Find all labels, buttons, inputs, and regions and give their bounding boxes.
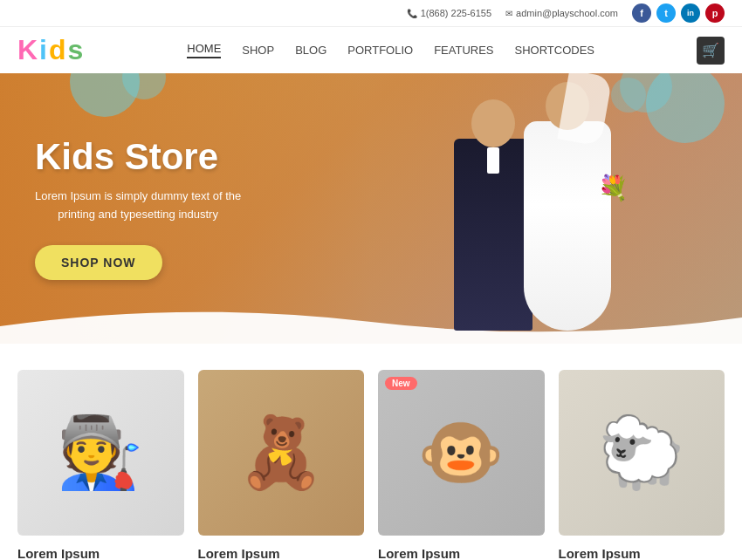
social-links: f t in p [632,3,725,23]
facebook-icon[interactable]: f [632,3,651,23]
logo-i: i [39,34,49,65]
new-badge: New [385,377,417,390]
figurine-display: 💐 [402,86,663,331]
lego-toy-image: 🧑‍🏭 [17,370,184,536]
email-address: admin@playschool.com [516,8,618,18]
phone-number: 1(868) 225-6155 [421,8,491,18]
nav-shop[interactable]: SHOP [242,44,274,57]
products-grid: 🧑‍🏭 Lorem Ipsum ★★★★★ $58 🧸 Lorem Ipsum … [17,370,725,560]
nav-shortcodes[interactable]: SHORTCODES [515,44,595,57]
shop-now-button[interactable]: SHOP NOW [35,245,162,280]
product-image-3: New 🐵 [378,370,545,536]
hero-section: Kids Store Lorem Ipsum is simply dummy t… [0,73,742,344]
nav-blog[interactable]: BLOG [295,44,326,57]
product-card-4[interactable]: 🐑 Lorem Ipsum ★★★★★ $58 [559,370,725,560]
groom-figure [454,139,532,331]
logo-k: K [17,34,39,65]
monkey-toy-image: 🐵 [378,370,545,536]
product-image-1: 🧑‍🏭 [17,370,184,536]
pinterest-icon[interactable]: p [705,3,725,23]
hero-content: Kids Store Lorem Ipsum is simply dummy t… [0,120,276,297]
product-card-1[interactable]: 🧑‍🏭 Lorem Ipsum ★★★★★ $58 [17,370,184,560]
hero-wave [0,300,742,344]
cart-icon[interactable]: 🛒 [697,37,725,65]
topbar: 1(868) 225-6155 admin@playschool.com f t… [0,0,742,27]
product-name-1: Lorem Ipsum [17,546,184,560]
header: Kids HOME SHOP BLOG PORTFOLIO FEATURES S… [0,27,742,73]
logo-d: d [49,34,68,65]
linkedin-icon[interactable]: in [681,3,700,23]
bride-figure: 💐 [524,121,611,331]
logo-s: s [68,34,86,65]
bears-toy-image: 🧸 [198,370,365,536]
site-logo[interactable]: Kids [17,34,85,66]
topbar-email: admin@playschool.com [505,8,618,18]
main-nav: HOME SHOP BLOG PORTFOLIO FEATURES SHORTC… [120,42,662,58]
product-image-2: 🧸 [198,370,365,536]
hero-subtitle: Lorem Ipsum is simply dummy text of thep… [35,188,241,224]
nav-home[interactable]: HOME [187,42,221,58]
product-card-2[interactable]: 🧸 Lorem Ipsum ★★★★★ $58 [198,370,365,560]
twitter-icon[interactable]: t [656,3,676,23]
nav-features[interactable]: FEATURES [434,44,493,57]
product-name-4: Lorem Ipsum [559,546,725,560]
products-section: 🧑‍🏭 Lorem Ipsum ★★★★★ $58 🧸 Lorem Ipsum … [0,344,742,560]
product-name-3: Lorem Ipsum [378,546,545,560]
product-image-4: 🐑 [559,370,725,536]
product-name-2: Lorem Ipsum [198,546,365,560]
product-card-3[interactable]: New 🐵 Lorem Ipsum ★★★★★ $58 [378,370,545,560]
sheep-toy-image: 🐑 [559,370,725,536]
hero-title: Kids Store [35,137,241,177]
topbar-phone: 1(868) 225-6155 [407,8,491,18]
nav-portfolio[interactable]: PORTFOLIO [347,44,413,57]
